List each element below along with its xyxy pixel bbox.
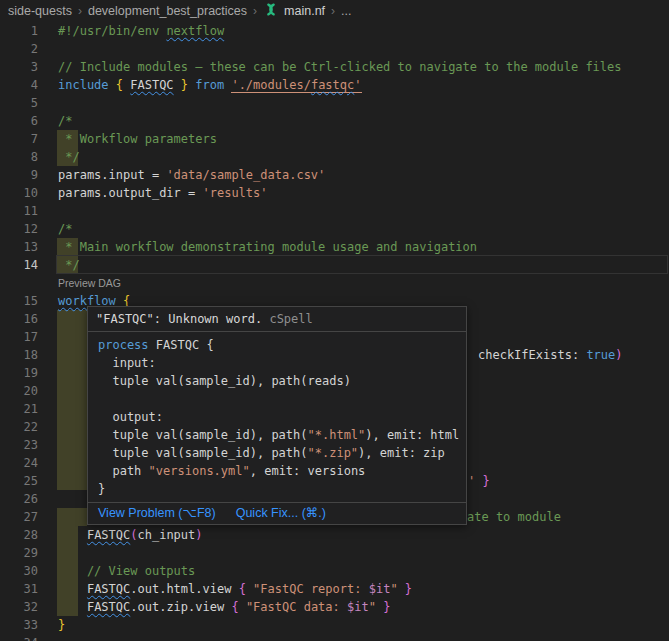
- view-problem-link[interactable]: View Problem (⌥F8): [98, 505, 216, 521]
- line-number[interactable]: 19: [0, 364, 38, 382]
- hover-tooltip: "FASTQC": Unknown word. cSpell process F…: [87, 306, 467, 525]
- code-line-1[interactable]: 1#!/usr/bin/env nextflow: [0, 22, 669, 40]
- code-line-13[interactable]: 13 * Main workflow demonstrating module …: [0, 238, 669, 256]
- hover-status-bar: View Problem (⌥F8) Quick Fix... (⌘.): [88, 502, 466, 524]
- code-text: /*: [58, 112, 669, 130]
- code-line-9[interactable]: 9params.input = 'data/sample_data.csv': [0, 166, 669, 184]
- code-line-4[interactable]: 4include { FASTQC } from './modules/fast…: [0, 76, 669, 94]
- breadcrumb-separator: ›: [253, 4, 257, 18]
- code-line-14[interactable]: 14 */: [0, 256, 669, 274]
- codelens-row: Preview DAG: [0, 274, 669, 292]
- breadcrumb-item-symbol[interactable]: ...: [341, 4, 351, 18]
- breadcrumb-separator: ›: [331, 4, 335, 18]
- line-number[interactable]: 25: [0, 472, 38, 490]
- breadcrumb-item-subfolder[interactable]: development_best_practices: [88, 4, 247, 18]
- line-number[interactable]: 16: [0, 310, 38, 328]
- diagnostic-header: "FASTQC": Unknown word. cSpell: [88, 307, 466, 332]
- code-text: params.input = 'data/sample_data.csv': [58, 166, 669, 184]
- code-text: */: [58, 256, 669, 274]
- line-number[interactable]: 8: [0, 148, 38, 166]
- code-line-11[interactable]: 11: [0, 202, 669, 220]
- line-number[interactable]: 15: [0, 292, 38, 310]
- codelens-preview-dag[interactable]: Preview DAG: [58, 277, 121, 289]
- line-number[interactable]: 3: [0, 58, 38, 76]
- breadcrumb-item-folder[interactable]: side-quests: [8, 4, 72, 18]
- code-line-10[interactable]: 10params.output_dir = 'results': [0, 184, 669, 202]
- code-text: }: [58, 616, 669, 634]
- hover-code-line: tuple val(sample_id), path("*.zip"), emi…: [98, 444, 458, 462]
- line-number[interactable]: 11: [0, 202, 38, 220]
- line-number[interactable]: 6: [0, 112, 38, 130]
- line-number[interactable]: 13: [0, 238, 38, 256]
- line-number[interactable]: 24: [0, 454, 38, 472]
- line-number[interactable]: 20: [0, 382, 38, 400]
- hover-code-line: }: [98, 480, 458, 498]
- line-number[interactable]: 29: [0, 544, 38, 562]
- quick-fix-link[interactable]: Quick Fix... (⌘.): [236, 505, 326, 521]
- code-text: params.output_dir = 'results': [58, 184, 669, 202]
- code-text: // Include modules – these can be Ctrl-c…: [58, 58, 669, 76]
- line-number[interactable]: 14: [0, 256, 38, 274]
- diagnostic-message: "FASTQC": Unknown word.: [96, 312, 262, 326]
- line-number[interactable]: 33: [0, 616, 38, 634]
- code-text: * Workflow parameters: [58, 130, 669, 148]
- hover-code-line: process FASTQC {: [98, 336, 458, 354]
- line-number[interactable]: 7: [0, 130, 38, 148]
- line-number[interactable]: 12: [0, 220, 38, 238]
- breadcrumb-item-file[interactable]: main.nf: [284, 4, 325, 18]
- code-text: FASTQC(ch_input): [58, 526, 669, 544]
- code-line-7[interactable]: 7 * Workflow parameters: [0, 130, 669, 148]
- hover-code-line: tuple val(sample_id), path("*.html"), em…: [98, 426, 458, 444]
- line-number[interactable]: 4: [0, 76, 38, 94]
- code-text: * Main workflow demonstrating module usa…: [58, 238, 669, 256]
- code-text: #!/usr/bin/env nextflow: [58, 22, 669, 40]
- code-line-31[interactable]: 31 FASTQC.out.html.view { "FastQC report…: [0, 580, 669, 598]
- code-line-5[interactable]: 5: [0, 94, 669, 112]
- code-line-3[interactable]: 3// Include modules – these can be Ctrl-…: [0, 58, 669, 76]
- breadcrumb-separator: ›: [78, 4, 82, 18]
- line-number[interactable]: 5: [0, 94, 38, 112]
- code-text: [58, 544, 669, 562]
- code-text: /*: [58, 220, 669, 238]
- code-line-33[interactable]: 33}: [0, 616, 669, 634]
- code-line-32[interactable]: 32 FASTQC.out.zip.view { "FastQC data: $…: [0, 598, 669, 616]
- hover-code-line: output:: [98, 408, 458, 426]
- line-number[interactable]: 18: [0, 346, 38, 364]
- code-text: [58, 202, 669, 220]
- hover-code-line: tuple val(sample_id), path(reads): [98, 372, 458, 390]
- line-number[interactable]: 17: [0, 328, 38, 346]
- code-text: // View outputs: [58, 562, 669, 580]
- code-line-2[interactable]: 2: [0, 40, 669, 58]
- code-line-12[interactable]: 12/*: [0, 220, 669, 238]
- code-line-28[interactable]: 28 FASTQC(ch_input): [0, 526, 669, 544]
- line-number[interactable]: 2: [0, 40, 38, 58]
- code-text: FASTQC.out.html.view { "FastQC report: $…: [58, 580, 669, 598]
- code-line-8[interactable]: 8 */: [0, 148, 669, 166]
- line-number[interactable]: 30: [0, 562, 38, 580]
- line-number[interactable]: 26: [0, 490, 38, 508]
- nextflow-icon: [263, 3, 279, 19]
- code-text: [58, 40, 669, 58]
- code-text: include { FASTQC } from './modules/fastq…: [58, 76, 669, 94]
- code-text: */: [58, 148, 669, 166]
- code-line-30[interactable]: 30 // View outputs: [0, 562, 669, 580]
- line-number[interactable]: 31: [0, 580, 38, 598]
- line-number[interactable]: 34: [0, 634, 38, 641]
- code-line-34[interactable]: 34: [0, 634, 669, 641]
- code-line-29[interactable]: 29: [0, 544, 669, 562]
- code-text: [58, 94, 669, 112]
- code-line-6[interactable]: 6/*: [0, 112, 669, 130]
- line-number[interactable]: 28: [0, 526, 38, 544]
- hover-code-line: path "versions.yml", emit: versions: [98, 462, 458, 480]
- line-number[interactable]: 9: [0, 166, 38, 184]
- line-number[interactable]: 23: [0, 436, 38, 454]
- vscode-editor-window: side-quests › development_best_practices…: [0, 0, 669, 641]
- breadcrumb: side-quests › development_best_practices…: [0, 0, 669, 22]
- line-number[interactable]: 27: [0, 508, 38, 526]
- line-number[interactable]: 10: [0, 184, 38, 202]
- line-number[interactable]: 32: [0, 598, 38, 616]
- line-number[interactable]: 21: [0, 400, 38, 418]
- line-number[interactable]: 1: [0, 22, 38, 40]
- code-text: [58, 634, 669, 641]
- line-number[interactable]: 22: [0, 418, 38, 436]
